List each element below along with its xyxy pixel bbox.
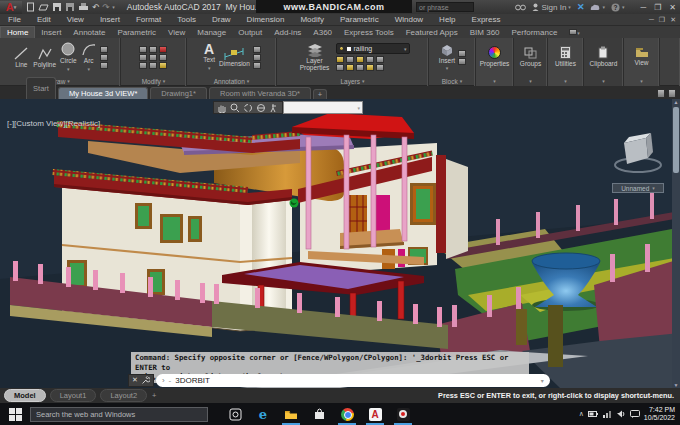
start-button[interactable] [0, 403, 30, 425]
taskbar-search-input[interactable]: Search the web and Windows [30, 407, 208, 422]
orbit-icon[interactable] [243, 103, 253, 113]
ribbon-tab-annotate[interactable]: Annotate [67, 27, 111, 38]
panel-label-view[interactable]: ▾ [624, 76, 659, 86]
layout2-tab[interactable]: Layout2 [100, 389, 147, 402]
ribbon-tab-express-tools[interactable]: Express Tools [338, 27, 400, 38]
file-explorer-button[interactable] [278, 403, 304, 425]
layout1-tab[interactable]: Layout1 [50, 389, 97, 402]
scroll-up-icon[interactable]: ▲ [672, 99, 680, 105]
tool-circle[interactable]: Circle▾ [59, 42, 78, 72]
menu-modify[interactable]: Modify [292, 15, 332, 24]
layer-tools[interactable] [336, 56, 410, 71]
autocad-taskbar-button[interactable]: A [362, 403, 388, 425]
house-3d-model[interactable] [0, 99, 680, 388]
menu-insert[interactable]: Insert [92, 15, 128, 24]
draw-extra-tools[interactable] [100, 46, 108, 69]
ribbon-tab-a360[interactable]: A360 [307, 27, 338, 38]
file-tab-start[interactable]: Start [26, 77, 56, 99]
panel-label-clipboard[interactable]: ▾ [584, 76, 623, 86]
layer-dropdown[interactable]: railing ▾ [336, 43, 410, 54]
command-recent-icon[interactable]: ▾ [541, 377, 544, 384]
tool-text[interactable]: A Text▾ [202, 43, 216, 71]
menu-file[interactable]: File [0, 15, 29, 24]
menu-parametric[interactable]: Parametric [332, 15, 387, 24]
pan-hand-icon[interactable] [217, 103, 227, 113]
viewcube-icon[interactable] [610, 125, 666, 177]
chrome-button[interactable] [334, 403, 360, 425]
ribbon-tab-view[interactable]: View [162, 27, 191, 38]
ribbon-tab-home[interactable]: Home [0, 26, 35, 38]
menu-window[interactable]: Window [387, 15, 431, 24]
redo-icon[interactable]: ↷ [102, 2, 109, 12]
ribbon-options-icon[interactable]: ▾ [563, 27, 586, 38]
utilities-button[interactable]: Utilities [555, 46, 576, 68]
task-view-button[interactable] [222, 403, 248, 425]
sign-in-button[interactable]: Sign In▾ [532, 3, 570, 12]
tool-polyline[interactable]: Polyline [32, 46, 57, 69]
menu-edit[interactable]: Edit [29, 15, 59, 24]
panel-label-layers[interactable]: Layers▾ [277, 76, 428, 86]
file-tab-tools[interactable] [657, 89, 680, 99]
scrollbar-thumb[interactable] [673, 107, 679, 173]
menu-express[interactable]: Express [464, 15, 509, 24]
ribbon-tab-performance[interactable]: Performance [506, 27, 564, 38]
tool-line[interactable]: Line [12, 46, 30, 69]
properties-button[interactable]: Properties [480, 46, 510, 68]
new-file-icon[interactable] [26, 2, 35, 12]
panel-label-block[interactable]: Block▾ [429, 76, 475, 86]
exchange-apps-icon[interactable]: ✕ [577, 2, 585, 12]
ribbon-tab-output[interactable]: Output [232, 27, 268, 38]
notifications-icon[interactable] [630, 410, 640, 418]
ribbon-tab-addins[interactable]: Add-ins [268, 27, 307, 38]
open-file-icon[interactable] [38, 2, 49, 12]
tool-dimension[interactable]: Dimension [218, 47, 251, 68]
menu-help[interactable]: Help [431, 15, 463, 24]
command-close-icon[interactable]: ✕ [132, 376, 138, 384]
a360-cloud-icon[interactable]: ▾ [590, 3, 605, 11]
bandicam-button[interactable] [390, 403, 416, 425]
file-tab-drawing1[interactable]: Drawing1* [150, 87, 207, 99]
ribbon-tab-insert[interactable]: Insert [35, 27, 67, 38]
menu-dimension[interactable]: Dimension [239, 15, 293, 24]
viewport-controls-label[interactable]: [-][Custom View][Realistic] [7, 119, 100, 128]
file-tab-room-veranda[interactable]: Room with Veranda 3D* [209, 87, 311, 99]
command-input[interactable]: › - 3DORBIT ▾ [156, 374, 550, 387]
panel-label-draw[interactable]: Draw▾ [0, 76, 120, 86]
new-layout-button[interactable]: + [152, 391, 156, 400]
help-search-input[interactable]: or phrase [416, 2, 474, 12]
view-button[interactable]: View [635, 47, 649, 67]
customize-wrench-icon[interactable] [141, 376, 150, 385]
model-tab[interactable]: Model [4, 389, 46, 402]
volume-icon[interactable] [616, 410, 626, 418]
ribbon-tab-parametric[interactable]: Parametric [111, 27, 162, 38]
viewcube-view-button[interactable]: Unnamed▾ [612, 183, 664, 193]
scroll-down-icon[interactable]: ▼ [672, 382, 680, 388]
restore-button[interactable]: ❐ [654, 3, 661, 12]
block-extra-tools[interactable] [458, 50, 466, 65]
panel-label-utilities[interactable]: ▾ [548, 76, 583, 86]
zoom-icon[interactable] [230, 103, 240, 113]
network-icon[interactable] [602, 410, 612, 418]
tool-arc[interactable]: Arc▾ [80, 42, 98, 72]
ribbon-tab-featured-apps[interactable]: Featured Apps [400, 27, 464, 38]
menu-tools[interactable]: Tools [169, 15, 204, 24]
panel-label-properties[interactable]: ▾ [476, 76, 513, 86]
tray-expand-icon[interactable]: ∧ [579, 410, 584, 418]
drawing-viewport[interactable]: [-][Custom View][Realistic] ▾ Unnamed▾ [0, 99, 680, 388]
doc-close-button[interactable]: ✕ [670, 16, 676, 24]
close-button[interactable]: ✕ [669, 3, 676, 12]
autocad-logo-icon[interactable]: A▾ [0, 1, 22, 14]
steering-wheel-icon[interactable] [256, 103, 266, 113]
windows-store-button[interactable] [306, 403, 332, 425]
ribbon-tab-bim360[interactable]: BIM 360 [464, 27, 506, 38]
modify-tools[interactable] [139, 46, 168, 69]
panel-label-groups[interactable]: ▾ [514, 76, 547, 86]
save-icon[interactable] [52, 2, 62, 12]
new-drawing-tab-button[interactable]: + [313, 89, 327, 99]
ribbon-tab-manage[interactable]: Manage [191, 27, 232, 38]
viewcube[interactable]: Unnamed▾ [608, 125, 668, 193]
groups-button[interactable]: Groups [520, 47, 541, 68]
help-icon[interactable]: ?▾ [611, 3, 625, 12]
panel-label-modify[interactable]: Modify▾ [121, 76, 186, 86]
taskbar-clock[interactable]: 7:42 PM 10/5/2022 [644, 406, 675, 422]
